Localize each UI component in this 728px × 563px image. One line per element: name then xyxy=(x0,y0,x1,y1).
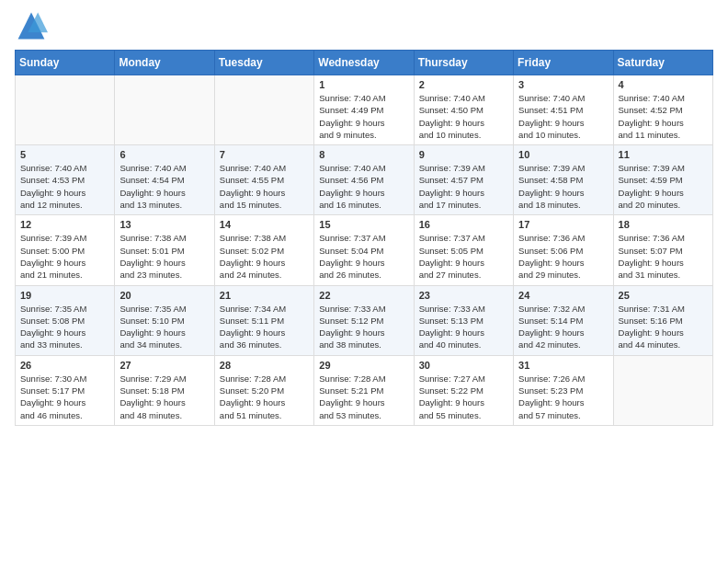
calendar-table: SundayMondayTuesdayWednesdayThursdayFrid… xyxy=(15,50,713,426)
calendar-cell: 9Sunrise: 7:39 AMSunset: 4:57 PMDaylight… xyxy=(414,145,513,215)
calendar-cell: 13Sunrise: 7:38 AMSunset: 5:01 PMDayligh… xyxy=(115,215,214,285)
day-number: 30 xyxy=(419,360,508,371)
calendar-cell: 7Sunrise: 7:40 AMSunset: 4:55 PMDaylight… xyxy=(214,145,313,215)
day-detail: Sunrise: 7:40 AMSunset: 4:53 PMDaylight:… xyxy=(20,162,109,211)
day-number: 16 xyxy=(419,219,508,230)
day-detail: Sunrise: 7:29 AMSunset: 5:18 PMDaylight:… xyxy=(119,373,209,421)
weekday-header: Friday xyxy=(514,51,613,75)
calendar-cell: 26Sunrise: 7:30 AMSunset: 5:17 PMDayligh… xyxy=(16,355,115,425)
day-detail: Sunrise: 7:40 AMSunset: 4:54 PMDaylight:… xyxy=(119,162,209,211)
calendar-cell: 12Sunrise: 7:39 AMSunset: 5:00 PMDayligh… xyxy=(16,215,115,285)
day-number: 6 xyxy=(119,149,209,160)
day-number: 13 xyxy=(119,219,209,230)
calendar-cell: 10Sunrise: 7:39 AMSunset: 4:58 PMDayligh… xyxy=(514,145,613,215)
day-detail: Sunrise: 7:38 AMSunset: 5:01 PMDaylight:… xyxy=(119,232,209,281)
day-number: 4 xyxy=(619,79,708,90)
day-detail: Sunrise: 7:28 AMSunset: 5:21 PMDaylight:… xyxy=(319,373,408,421)
day-detail: Sunrise: 7:33 AMSunset: 5:12 PMDaylight:… xyxy=(319,303,408,351)
day-number: 9 xyxy=(419,149,508,160)
header xyxy=(15,9,713,42)
day-detail: Sunrise: 7:40 AMSunset: 4:55 PMDaylight:… xyxy=(220,162,309,211)
calendar-cell xyxy=(16,75,115,145)
day-number: 24 xyxy=(518,290,608,301)
calendar-week-row: 26Sunrise: 7:30 AMSunset: 5:17 PMDayligh… xyxy=(16,355,713,425)
day-number: 18 xyxy=(619,219,708,230)
calendar-body: 1Sunrise: 7:40 AMSunset: 4:49 PMDaylight… xyxy=(16,75,713,426)
day-number: 27 xyxy=(119,360,209,371)
day-detail: Sunrise: 7:34 AMSunset: 5:11 PMDaylight:… xyxy=(220,303,309,351)
calendar-cell: 14Sunrise: 7:38 AMSunset: 5:02 PMDayligh… xyxy=(214,215,313,285)
calendar-cell: 27Sunrise: 7:29 AMSunset: 5:18 PMDayligh… xyxy=(115,355,214,425)
calendar-cell: 11Sunrise: 7:39 AMSunset: 4:59 PMDayligh… xyxy=(613,145,712,215)
day-detail: Sunrise: 7:39 AMSunset: 4:57 PMDaylight:… xyxy=(419,162,508,211)
day-detail: Sunrise: 7:37 AMSunset: 5:05 PMDaylight:… xyxy=(419,232,508,281)
calendar-cell xyxy=(214,75,313,145)
day-detail: Sunrise: 7:36 AMSunset: 5:07 PMDaylight:… xyxy=(619,232,708,281)
calendar-page: SundayMondayTuesdayWednesdayThursdayFrid… xyxy=(0,0,728,563)
calendar-week-row: 12Sunrise: 7:39 AMSunset: 5:00 PMDayligh… xyxy=(16,215,713,285)
calendar-cell: 1Sunrise: 7:40 AMSunset: 4:49 PMDaylight… xyxy=(314,75,414,145)
day-detail: Sunrise: 7:28 AMSunset: 5:20 PMDaylight:… xyxy=(220,373,309,421)
calendar-cell: 21Sunrise: 7:34 AMSunset: 5:11 PMDayligh… xyxy=(214,285,313,355)
calendar-cell: 2Sunrise: 7:40 AMSunset: 4:50 PMDaylight… xyxy=(414,75,513,145)
day-number: 10 xyxy=(518,149,608,160)
day-number: 7 xyxy=(220,149,309,160)
day-number: 17 xyxy=(518,219,608,230)
day-number: 22 xyxy=(319,290,408,301)
day-detail: Sunrise: 7:40 AMSunset: 4:49 PMDaylight:… xyxy=(319,92,408,141)
day-number: 26 xyxy=(20,360,109,371)
weekday-header: Saturday xyxy=(613,51,712,75)
logo-icon xyxy=(15,9,48,42)
calendar-cell: 31Sunrise: 7:26 AMSunset: 5:23 PMDayligh… xyxy=(514,355,613,425)
calendar-cell: 17Sunrise: 7:36 AMSunset: 5:06 PMDayligh… xyxy=(514,215,613,285)
calendar-cell xyxy=(115,75,214,145)
calendar-cell: 29Sunrise: 7:28 AMSunset: 5:21 PMDayligh… xyxy=(314,355,414,425)
day-number: 23 xyxy=(419,290,508,301)
day-number: 31 xyxy=(518,360,608,371)
day-detail: Sunrise: 7:39 AMSunset: 5:00 PMDaylight:… xyxy=(20,232,109,281)
day-number: 19 xyxy=(20,290,109,301)
calendar-cell: 28Sunrise: 7:28 AMSunset: 5:20 PMDayligh… xyxy=(214,355,313,425)
calendar-cell: 4Sunrise: 7:40 AMSunset: 4:52 PMDaylight… xyxy=(613,75,712,145)
day-number: 2 xyxy=(419,79,508,90)
logo xyxy=(15,9,51,42)
day-detail: Sunrise: 7:39 AMSunset: 4:58 PMDaylight:… xyxy=(518,162,608,211)
calendar-cell: 15Sunrise: 7:37 AMSunset: 5:04 PMDayligh… xyxy=(314,215,414,285)
weekday-header: Tuesday xyxy=(214,51,313,75)
day-number: 21 xyxy=(220,290,309,301)
calendar-cell: 19Sunrise: 7:35 AMSunset: 5:08 PMDayligh… xyxy=(16,285,115,355)
day-detail: Sunrise: 7:26 AMSunset: 5:23 PMDaylight:… xyxy=(518,373,608,421)
day-detail: Sunrise: 7:40 AMSunset: 4:51 PMDaylight:… xyxy=(518,92,608,141)
calendar-cell: 30Sunrise: 7:27 AMSunset: 5:22 PMDayligh… xyxy=(414,355,513,425)
day-detail: Sunrise: 7:33 AMSunset: 5:13 PMDaylight:… xyxy=(419,303,508,351)
calendar-cell: 6Sunrise: 7:40 AMSunset: 4:54 PMDaylight… xyxy=(115,145,214,215)
weekday-header: Sunday xyxy=(16,51,115,75)
day-detail: Sunrise: 7:31 AMSunset: 5:16 PMDaylight:… xyxy=(619,303,708,351)
day-number: 12 xyxy=(20,219,109,230)
weekday-header: Monday xyxy=(115,51,214,75)
day-detail: Sunrise: 7:38 AMSunset: 5:02 PMDaylight:… xyxy=(220,232,309,281)
weekday-header: Thursday xyxy=(414,51,513,75)
day-detail: Sunrise: 7:36 AMSunset: 5:06 PMDaylight:… xyxy=(518,232,608,281)
calendar-cell: 25Sunrise: 7:31 AMSunset: 5:16 PMDayligh… xyxy=(613,285,712,355)
day-number: 25 xyxy=(619,290,708,301)
calendar-week-row: 19Sunrise: 7:35 AMSunset: 5:08 PMDayligh… xyxy=(16,285,713,355)
calendar-cell: 23Sunrise: 7:33 AMSunset: 5:13 PMDayligh… xyxy=(414,285,513,355)
calendar-cell: 24Sunrise: 7:32 AMSunset: 5:14 PMDayligh… xyxy=(514,285,613,355)
weekday-header: Wednesday xyxy=(314,51,414,75)
day-detail: Sunrise: 7:35 AMSunset: 5:10 PMDaylight:… xyxy=(119,303,209,351)
day-detail: Sunrise: 7:40 AMSunset: 4:50 PMDaylight:… xyxy=(419,92,508,141)
day-detail: Sunrise: 7:32 AMSunset: 5:14 PMDaylight:… xyxy=(518,303,608,351)
day-detail: Sunrise: 7:40 AMSunset: 4:52 PMDaylight:… xyxy=(619,92,708,141)
day-number: 29 xyxy=(319,360,408,371)
day-detail: Sunrise: 7:35 AMSunset: 5:08 PMDaylight:… xyxy=(20,303,109,351)
calendar-cell: 16Sunrise: 7:37 AMSunset: 5:05 PMDayligh… xyxy=(414,215,513,285)
day-number: 5 xyxy=(20,149,109,160)
calendar-cell: 18Sunrise: 7:36 AMSunset: 5:07 PMDayligh… xyxy=(613,215,712,285)
weekday-row: SundayMondayTuesdayWednesdayThursdayFrid… xyxy=(16,51,713,75)
calendar-week-row: 1Sunrise: 7:40 AMSunset: 4:49 PMDaylight… xyxy=(16,75,713,145)
day-number: 15 xyxy=(319,219,408,230)
day-detail: Sunrise: 7:30 AMSunset: 5:17 PMDaylight:… xyxy=(20,373,109,421)
calendar-week-row: 5Sunrise: 7:40 AMSunset: 4:53 PMDaylight… xyxy=(16,145,713,215)
day-number: 1 xyxy=(319,79,408,90)
